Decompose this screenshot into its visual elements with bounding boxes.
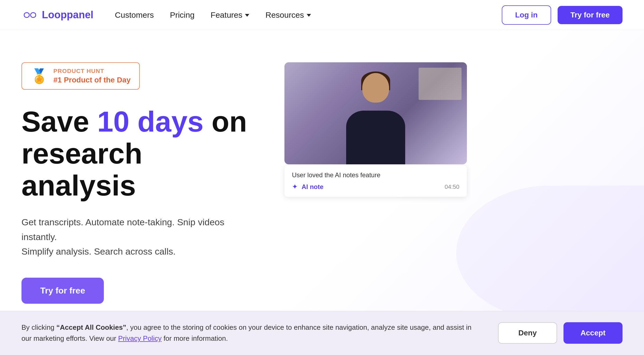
- headline-line2: research analysis: [21, 137, 142, 202]
- ai-sparkle-icon: ✦: [292, 183, 298, 191]
- shelf-decoration: [419, 68, 462, 100]
- accept-button[interactable]: Accept: [564, 322, 623, 344]
- cookie-text-prefix: By clicking: [21, 323, 56, 331]
- hero-description: Get transcripts. Automate note-taking. S…: [21, 215, 225, 259]
- nav-resources[interactable]: Resources: [265, 10, 311, 20]
- nav-customers[interactable]: Customers: [115, 10, 154, 20]
- ai-note-time: 04:50: [445, 183, 459, 190]
- navbar: Looppanel Customers Pricing Features Res…: [0, 0, 644, 30]
- headline-highlight: 10 days: [97, 105, 203, 138]
- description-line2: Simplify analysis. Search across calls.: [21, 246, 175, 256]
- try-for-free-button-hero[interactable]: Try for free: [21, 278, 104, 304]
- deny-button[interactable]: Deny: [498, 322, 557, 344]
- description-line1: Get transcripts. Automate note-taking. S…: [21, 217, 224, 242]
- logo-text: Looppanel: [42, 9, 93, 21]
- hero-right: User loved the AI notes feature ✦ AI not…: [284, 62, 467, 197]
- product-hunt-content: PRODUCT HUNT #1 Product of the Day: [53, 68, 131, 84]
- nav-features[interactable]: Features: [211, 10, 249, 20]
- person-silhouette: [333, 68, 419, 164]
- hero-section: 🏅 PRODUCT HUNT #1 Product of the Day Sav…: [0, 30, 644, 320]
- person-body: [346, 111, 405, 164]
- ai-note-popup: User loved the AI notes feature ✦ AI not…: [284, 165, 467, 197]
- product-hunt-label: PRODUCT HUNT: [53, 68, 131, 75]
- medal-icon: 🏅: [31, 68, 48, 84]
- headline-part2: on: [204, 105, 247, 138]
- ai-note-user-text: User loved the AI notes feature: [292, 171, 459, 179]
- video-placeholder: [284, 62, 467, 164]
- logo-icon: [21, 11, 38, 19]
- try-for-free-button-nav[interactable]: Try for free: [558, 6, 623, 24]
- cookie-banner: By clicking “Accept All Cookies”, you ag…: [0, 311, 644, 355]
- cookie-text-bold: “Accept All Cookies”: [56, 323, 126, 331]
- cookie-actions: Deny Accept: [498, 322, 623, 344]
- logo[interactable]: Looppanel: [21, 9, 93, 21]
- cookie-text-suffix: for more information.: [162, 334, 228, 342]
- video-container[interactable]: [284, 62, 467, 164]
- cookie-text: By clicking “Accept All Cookies”, you ag…: [21, 322, 477, 344]
- resources-chevron-icon: [307, 14, 311, 17]
- nav-actions: Log in Try for free: [502, 5, 623, 25]
- nav-links: Customers Pricing Features Resources: [115, 10, 502, 20]
- privacy-policy-link[interactable]: Privacy Policy: [118, 334, 162, 342]
- nav-pricing[interactable]: Pricing: [170, 10, 195, 20]
- headline-part1: Save: [21, 105, 97, 138]
- ai-note-label: AI note: [302, 183, 323, 191]
- person-head: [362, 73, 389, 103]
- hero-headline: Save 10 days on research analysis: [21, 106, 263, 201]
- hero-left: 🏅 PRODUCT HUNT #1 Product of the Day Sav…: [21, 57, 263, 304]
- ai-note-row: ✦ AI note 04:50: [292, 183, 459, 191]
- features-chevron-icon: [245, 14, 249, 17]
- login-button[interactable]: Log in: [502, 5, 551, 25]
- product-hunt-title: #1 Product of the Day: [53, 76, 131, 84]
- hero-bg-decoration: [456, 186, 644, 320]
- product-hunt-badge: 🏅 PRODUCT HUNT #1 Product of the Day: [21, 62, 140, 90]
